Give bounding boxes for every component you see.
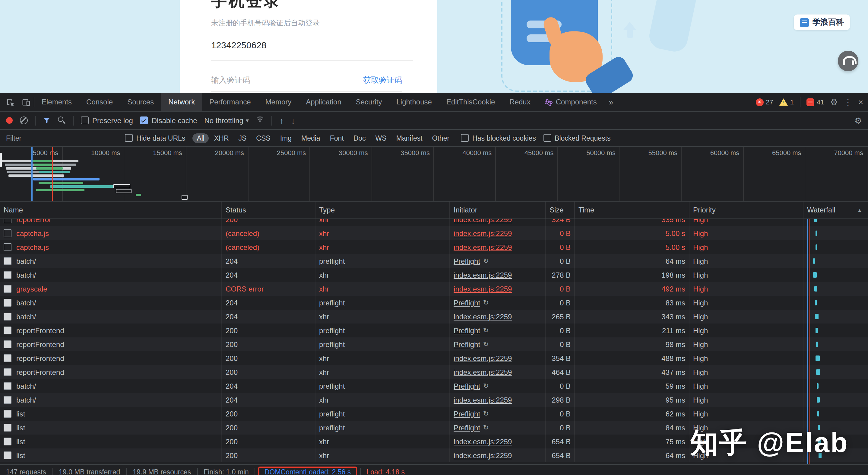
blocked-requests-checkbox[interactable]: Blocked Requests: [543, 134, 611, 142]
table-row[interactable]: batch/204xhrindex.esm.js:2259278 B198 ms…: [0, 268, 868, 282]
table-row[interactable]: batch/204xhrindex.esm.js:2259265 B343 ms…: [0, 309, 868, 324]
column-header-priority[interactable]: Priority: [689, 202, 803, 218]
filter-icon[interactable]: [43, 117, 51, 124]
filter-input[interactable]: Filter: [6, 134, 118, 142]
request-name-cell[interactable]: reportFrontend: [0, 337, 222, 351]
filter-pill-ws[interactable]: WS: [371, 133, 391, 143]
request-name-cell[interactable]: list: [0, 435, 222, 448]
filter-pill-xhr[interactable]: XHR: [210, 133, 233, 143]
close-icon[interactable]: ×: [858, 98, 863, 106]
preflight-link[interactable]: Preflight: [454, 340, 480, 349]
preserve-log-checkbox[interactable]: Preserve log: [81, 116, 133, 125]
tab-elements[interactable]: Elements: [34, 93, 79, 111]
table-row[interactable]: batch/204xhrindex.esm.js:2259298 B95 msH…: [0, 393, 868, 407]
overview-handle[interactable]: [0, 153, 2, 167]
inspect-icon[interactable]: [2, 93, 18, 111]
request-name-cell[interactable]: reportFrontend: [0, 324, 222, 337]
initiator-link[interactable]: index.esm.js:2259: [454, 313, 512, 321]
initiator-link[interactable]: index.esm.js:2259: [454, 243, 512, 251]
search-icon[interactable]: [58, 117, 66, 124]
tab-security[interactable]: Security: [349, 93, 390, 111]
brand-badge[interactable]: 学浪百科: [794, 14, 850, 30]
request-name-cell[interactable]: list: [0, 448, 222, 462]
initiator-link[interactable]: index.esm.js:2259: [454, 219, 512, 224]
filter-pill-img[interactable]: Img: [276, 133, 296, 143]
tab-editthiscookie[interactable]: EditThisCookie: [439, 93, 502, 111]
table-row[interactable]: reportFrontend200xhrindex.esm.js:2259464…: [0, 365, 868, 379]
column-header-waterfall[interactable]: Waterfall ▲: [803, 202, 868, 218]
initiator-link[interactable]: index.esm.js:2259: [454, 229, 512, 237]
column-header-type[interactable]: Type: [315, 202, 450, 218]
preflight-link[interactable]: Preflight: [454, 382, 480, 390]
get-code-button[interactable]: 获取验证码: [363, 75, 402, 86]
filter-pill-manifest[interactable]: Manifest: [392, 133, 427, 143]
captcha-input[interactable]: 输入验证码: [211, 75, 250, 86]
column-header-name[interactable]: Name: [0, 202, 222, 218]
column-header-status[interactable]: Status: [222, 202, 315, 218]
request-name-cell[interactable]: list: [0, 421, 222, 435]
request-name-cell[interactable]: batch/: [0, 379, 222, 393]
request-name-cell[interactable]: batch/: [0, 393, 222, 407]
initiator-link[interactable]: index.esm.js:2259: [454, 271, 512, 279]
request-name-cell[interactable]: captcha.js: [0, 240, 222, 254]
throttling-select[interactable]: No throttling ▾: [205, 116, 249, 125]
table-row[interactable]: list200preflightPreflight↻0 B62 msHigh: [0, 407, 868, 421]
preflight-link[interactable]: Preflight: [454, 423, 480, 432]
filter-pill-font[interactable]: Font: [326, 133, 348, 143]
tab-components[interactable]: Components: [538, 93, 604, 111]
issues-badge[interactable]: 41: [806, 98, 824, 106]
network-overview[interactable]: 5000 ms10000 ms15000 ms20000 ms25000 ms3…: [0, 147, 868, 202]
phone-input[interactable]: 12342250628: [211, 40, 267, 50]
table-row[interactable]: batch/204preflightPreflight↻0 B64 msHigh: [0, 254, 868, 268]
request-name-cell[interactable]: batch/: [0, 268, 222, 282]
request-name-cell[interactable]: reportError: [0, 219, 222, 226]
preflight-link[interactable]: Preflight: [454, 410, 480, 418]
initiator-link[interactable]: index.esm.js:2259: [454, 437, 512, 446]
table-row[interactable]: captcha.js(canceled)xhrindex.esm.js:2259…: [0, 240, 868, 254]
export-har-icon[interactable]: ↑: [280, 116, 284, 125]
disable-cache-checkbox[interactable]: Disable cache: [140, 116, 197, 125]
request-name-cell[interactable]: batch/: [0, 296, 222, 309]
import-har-icon[interactable]: ↓: [291, 116, 295, 125]
initiator-link[interactable]: index.esm.js:2259: [454, 368, 512, 376]
more-tabs-button[interactable]: »: [604, 93, 618, 111]
request-name-cell[interactable]: captcha.js: [0, 226, 222, 240]
preflight-link[interactable]: Preflight: [454, 326, 480, 335]
table-row[interactable]: reportError200xhrindex.esm.js:2259324 B3…: [0, 219, 868, 226]
hide-data-urls-checkbox[interactable]: Hide data URLs: [125, 134, 185, 142]
kebab-menu-icon[interactable]: ⋮: [844, 98, 852, 106]
tab-sources[interactable]: Sources: [120, 93, 161, 111]
column-header-initiator[interactable]: Initiator: [450, 202, 546, 218]
tab-application[interactable]: Application: [299, 93, 348, 111]
filter-pill-js[interactable]: JS: [234, 133, 251, 143]
network-settings-gear-icon[interactable]: ⚙: [855, 116, 862, 125]
has-blocked-cookies-checkbox[interactable]: Has blocked cookies: [461, 134, 536, 142]
initiator-link[interactable]: index.esm.js:2259: [454, 285, 512, 293]
table-row[interactable]: batch/204preflightPreflight↻0 B83 msHigh: [0, 296, 868, 309]
tab-performance[interactable]: Performance: [202, 93, 258, 111]
request-name-cell[interactable]: grayscale: [0, 282, 222, 296]
filter-pill-media[interactable]: Media: [297, 133, 324, 143]
filter-pill-css[interactable]: CSS: [252, 133, 275, 143]
table-row[interactable]: reportFrontend200xhrindex.esm.js:2259354…: [0, 351, 868, 365]
table-row[interactable]: captcha.js(canceled)xhrindex.esm.js:2259…: [0, 226, 868, 240]
tab-memory[interactable]: Memory: [258, 93, 299, 111]
initiator-link[interactable]: index.esm.js:2259: [454, 451, 512, 459]
table-row[interactable]: reportFrontend200preflightPreflight↻0 B2…: [0, 324, 868, 337]
column-header-size[interactable]: Size: [546, 202, 575, 218]
initiator-link[interactable]: index.esm.js:2259: [454, 396, 512, 404]
settings-gear-icon[interactable]: ⚙: [830, 98, 838, 106]
request-name-cell[interactable]: list: [0, 407, 222, 421]
filter-pill-doc[interactable]: Doc: [349, 133, 370, 143]
record-button[interactable]: [6, 117, 13, 124]
tab-console[interactable]: Console: [79, 93, 120, 111]
error-badge[interactable]: × 27: [755, 98, 773, 106]
support-headset-button[interactable]: [838, 51, 858, 71]
network-conditions-icon[interactable]: [256, 115, 265, 125]
device-toolbar-icon[interactable]: [18, 93, 34, 111]
preflight-link[interactable]: Preflight: [454, 257, 480, 265]
request-name-cell[interactable]: batch/: [0, 254, 222, 268]
request-name-cell[interactable]: batch/: [0, 309, 222, 324]
request-name-cell[interactable]: reportFrontend: [0, 351, 222, 365]
filter-pill-other[interactable]: Other: [428, 133, 454, 143]
